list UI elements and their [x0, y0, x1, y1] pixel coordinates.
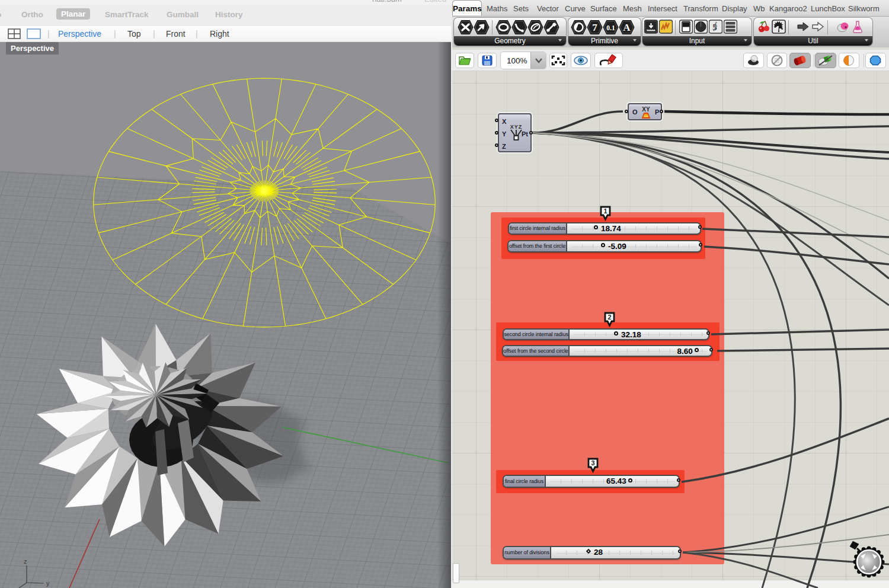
svg-text:y: y [46, 580, 50, 587]
svg-text:z: z [24, 558, 27, 565]
svg-text:XY: XY [642, 106, 650, 113]
svg-text:3: 3 [591, 459, 594, 466]
svg-text:2: 2 [607, 314, 611, 321]
svg-text:XYZ: XYZ [510, 124, 523, 130]
svg-text:1: 1 [603, 207, 607, 215]
